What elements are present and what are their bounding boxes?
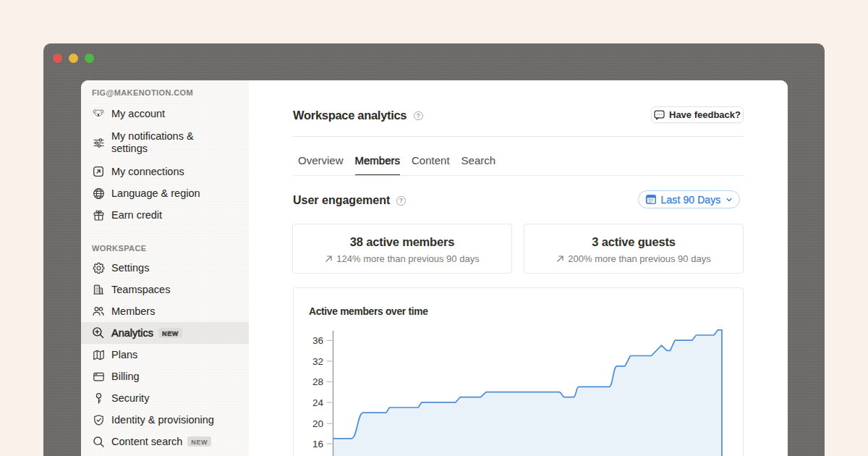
svg-text:20: 20 — [312, 418, 323, 429]
svg-text:32: 32 — [312, 356, 323, 367]
svg-text:24: 24 — [312, 397, 324, 408]
svg-text:16: 16 — [312, 439, 323, 449]
svg-text:36: 36 — [312, 335, 323, 346]
svg-text:28: 28 — [312, 376, 323, 387]
